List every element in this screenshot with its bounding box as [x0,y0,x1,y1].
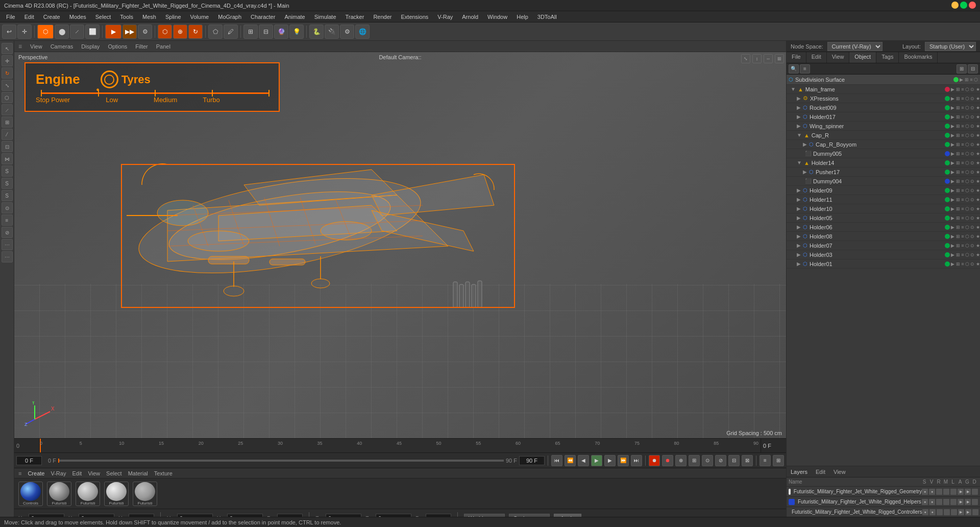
scene-item-holder08[interactable]: ▶ ⬡ Holder08 ▶ ⊞ ≡ ⬡ ⊙ ★ [787,232,980,241]
menu-simulate[interactable]: Simulate [310,13,340,21]
tool-select[interactable]: ↖ [2,43,13,54]
toolbar-undo[interactable]: ↩ [2,25,16,39]
layer-l-controllers[interactable] [951,509,957,515]
toolbar-object-mode[interactable]: ⬡ [37,25,54,39]
layer-m-geometry[interactable] [943,489,949,495]
viewport-panel-menu[interactable]: Panel [156,43,170,50]
menu-render[interactable]: Render [369,13,396,21]
scene-item-dummy005[interactable]: ⬛ Dummy005 ▶ ⊞ ≡ ⬡ ⊙ ★ [787,149,980,158]
menu-animate[interactable]: Animate [280,13,309,21]
tool-edge[interactable]: ⟋ [2,104,13,115]
layer-row-controllers[interactable]: Futuristic_Military_Fighter_Jet_White_Ri… [787,507,980,517]
tool-poly[interactable]: ⬡ [2,92,13,103]
layer-g-geometry[interactable]: ▶ [965,489,971,495]
obj-icon-filter[interactable]: ≡ [800,64,810,74]
toolbar-paint[interactable]: 🖊 [224,25,238,39]
scene-item-holder10[interactable]: ▶ ⬡ Holder10 ▶ ⊞ ≡ ⬡ ⊙ ★ [787,204,980,213]
toolbar-render2[interactable]: ▶▶ [122,25,137,39]
toolbar-light[interactable]: 💡 [289,25,304,39]
toolbar-poly-mode[interactable]: ⬜ [85,25,100,39]
scene-item-dummy004[interactable]: ⬛ Dummy004 ▶ ⊞ ≡ ⬡ ⊙ ★ [787,177,980,186]
timeline-btn5[interactable]: ⊟ [728,455,740,466]
timeline-btn7[interactable]: ≡ [760,455,771,466]
mat-tab-material[interactable]: Material [128,470,148,476]
layout-dropdown[interactable]: Startup (User) [925,42,976,51]
mat-tab-vray[interactable]: V-Ray [51,470,66,476]
tool-paint[interactable]: S [2,165,13,177]
obj-icon-2[interactable]: ⊟ [968,64,978,74]
tool-bridge[interactable]: ⋈ [2,153,13,164]
auto-key-button[interactable]: ⏺ [662,455,673,466]
menu-edit[interactable]: Edit [20,13,38,21]
close-button[interactable] [969,2,976,9]
playback-scrubber[interactable] [58,460,504,462]
layer-a-controllers[interactable]: ▶ [958,509,964,515]
viewport-nav-3[interactable]: ↔ [764,54,773,63]
menu-3dtoall[interactable]: 3DToAll [533,13,561,21]
viewport-cameras-menu[interactable]: Cameras [51,43,74,50]
toolbar-plugin[interactable]: 🔌 [325,25,339,39]
layer-m-helpers[interactable] [943,499,949,505]
toolbar-gear2[interactable]: ⚙ [340,25,354,39]
viewport-nav-4[interactable]: ⊞ [775,54,784,63]
layers-tab-layers[interactable]: Layers [791,469,807,475]
layer-r-controllers[interactable] [937,509,943,515]
viewport-menu-toggle[interactable]: ≡ [18,43,22,50]
layer-l-helpers[interactable] [950,499,957,505]
timeline-btn4[interactable]: ⊘ [715,455,726,466]
end-frame-input[interactable] [519,456,545,465]
toolbar-brush[interactable]: ⬠ [208,25,223,39]
scene-item-holder09[interactable]: ▶ ⬡ Holder09 ▶ ⊞ ≡ ⬡ ⊙ ★ [787,186,980,195]
toolbar-rotate-tool[interactable]: ↻ [188,25,203,39]
tool-move[interactable]: ✛ [2,55,13,66]
prev-frame-button[interactable]: ◀ [578,455,589,466]
obj-tab-bookmarks[interactable]: Bookmarks [899,52,938,63]
menu-vray[interactable]: V-Ray [433,13,457,21]
timeline-btn3[interactable]: ⊙ [702,455,713,466]
tool-s3[interactable]: S [2,190,13,201]
mat-tab-select[interactable]: Select [106,470,122,476]
scene-item-holder01[interactable]: ▶ ⬡ Holder01 ▶ ⊞ ≡ ⬡ ⊙ ★ [787,259,980,269]
viewport-nav-2[interactable]: ↕ [752,54,762,63]
menu-tools[interactable]: Tools [116,13,137,21]
toolbar-render[interactable]: ▶ [105,25,121,39]
scene-item-holder11[interactable]: ▶ ⬡ Holder11 ▶ ⊞ ≡ ⬡ ⊙ ★ [787,195,980,204]
layer-v-controllers[interactable]: ● [929,509,936,515]
tool-s2[interactable]: S [2,178,13,189]
menu-help[interactable]: Help [512,13,532,21]
timeline-btn8[interactable]: ⊞ [773,455,784,466]
menu-mograph[interactable]: MoGraph [214,13,246,21]
tool-more[interactable]: ⋯ [2,239,13,250]
material-thumb-1[interactable]: Controls [18,482,43,506]
timeline-ruler[interactable]: 0 5 10 15 20 25 30 35 40 45 50 55 60 65 … [40,439,761,452]
menu-create[interactable]: Create [39,13,64,21]
tool-uv[interactable]: ⊞ [2,116,13,128]
mat-tab-edit[interactable]: Edit [72,470,82,476]
menu-modes[interactable]: Modes [65,13,90,21]
menu-arnold[interactable]: Arnold [458,13,482,21]
layer-s-geometry[interactable]: ● [922,489,928,495]
menu-select[interactable]: Select [91,13,115,21]
layer-d-geometry[interactable] [972,489,978,495]
scene-item-cap-r[interactable]: ▼ ▲ Cap_R ▶ ⊞ ≡ ⬡ ⊙ ★ [787,131,980,140]
mat-tab-texture[interactable]: Texture [154,470,173,476]
obj-tab-object[interactable]: Object [849,52,876,63]
minimize-button[interactable] [951,2,959,9]
toolbar-sym[interactable]: ⊟ [259,25,273,39]
timeline-btn6[interactable]: ⊠ [742,455,753,466]
layer-d-controllers[interactable] [972,509,978,515]
next-key-button[interactable]: ⏩ [618,455,629,466]
toolbar-python[interactable]: 🐍 [309,25,324,39]
scene-item-pusher17[interactable]: ▶ ⬡ Pusher17 ▶ ⊞ ≡ ⬡ ⊙ ★ [787,167,980,177]
scene-item-holder017[interactable]: ▶ ⬡ Holder017 ▶ ⊞ ≡ ⬡ ⊙ ★ [787,112,980,122]
timeline-btn2[interactable]: ⊞ [689,455,700,466]
layer-r-geometry[interactable] [936,489,942,495]
tool-flatten[interactable]: ≡ [2,214,13,226]
menu-tracker[interactable]: Tracker [341,13,369,21]
menu-mesh[interactable]: Mesh [138,13,160,21]
goto-start-button[interactable]: ⏮ [551,455,562,466]
obj-tab-edit[interactable]: Edit [806,52,827,63]
layer-v-geometry[interactable]: ● [929,489,935,495]
mat-tab-create[interactable]: Create [28,470,44,476]
menu-file[interactable]: File [2,13,19,21]
